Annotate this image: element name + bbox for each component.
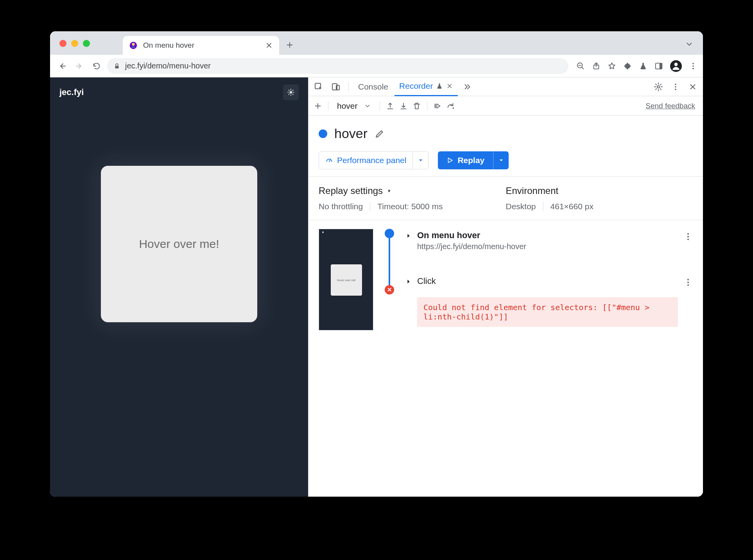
throttling-value: No throttling — [319, 202, 363, 211]
url-text: jec.fyi/demo/menu-hover — [125, 61, 211, 70]
recording-name[interactable]: hover — [333, 101, 362, 111]
delete-button[interactable] — [411, 101, 422, 111]
new-recording-button[interactable] — [312, 101, 323, 111]
triangle-right-icon — [387, 188, 392, 194]
hover-card[interactable]: Hover over me! — [101, 166, 257, 322]
settings-button[interactable] — [651, 79, 666, 95]
tab-active[interactable]: On menu hover — [123, 36, 279, 55]
extensions-icon[interactable] — [623, 62, 632, 70]
side-panel-icon[interactable] — [654, 62, 663, 70]
gear-icon — [654, 82, 663, 92]
profile-avatar[interactable] — [670, 60, 682, 72]
play-icon — [446, 157, 454, 164]
import-button[interactable] — [398, 101, 409, 111]
step-navigate[interactable]: On menu hover https://jec.fyi/demo/menu-… — [405, 229, 693, 260]
inspect-element-button[interactable] — [311, 79, 326, 95]
forward-button[interactable] — [73, 59, 86, 73]
step-icon — [433, 102, 442, 110]
labs-flask-icon[interactable] — [639, 62, 647, 70]
svg-point-22 — [687, 236, 689, 237]
back-button[interactable] — [56, 59, 69, 73]
window-zoom-button[interactable] — [83, 40, 90, 47]
tab-overflow-icon[interactable] — [685, 40, 694, 48]
tab-close-icon[interactable] — [265, 41, 273, 49]
edit-title-button[interactable] — [375, 129, 385, 139]
send-feedback-link[interactable]: Send feedback — [645, 102, 699, 110]
step-menu-button[interactable] — [683, 232, 693, 241]
plus-icon — [285, 41, 294, 49]
close-devtools-button[interactable] — [685, 79, 701, 95]
favicon-icon — [129, 41, 138, 50]
separator — [380, 101, 380, 111]
svg-point-21 — [687, 233, 689, 235]
timeline: ✕ — [384, 229, 395, 336]
step-1-url: https://jec.fyi/demo/menu-hover — [417, 242, 678, 251]
arrow-left-icon — [57, 61, 67, 71]
tab-console-label: Console — [358, 82, 388, 92]
timeline-error-dot: ✕ — [385, 285, 394, 294]
step-error-message: Could not find element for selectors: [[… — [417, 297, 678, 327]
tab-recorder[interactable]: Recorder — [394, 77, 458, 96]
triangle-right-icon — [405, 233, 412, 239]
flask-icon — [436, 83, 443, 90]
tab-console[interactable]: Console — [353, 77, 393, 96]
step-click[interactable]: Click Could not find element for selecto… — [405, 275, 693, 336]
window-minimize-button[interactable] — [71, 40, 78, 47]
recording-title: hover — [334, 126, 368, 141]
thumbnail-text: Hover over me! — [337, 279, 356, 282]
performance-panel-dropdown[interactable] — [412, 152, 428, 169]
lock-icon — [113, 63, 120, 70]
export-button[interactable] — [385, 101, 396, 111]
separator — [348, 82, 349, 92]
toolbar: jec.fyi/demo/menu-hover — [50, 55, 703, 77]
chevron-down-icon[interactable] — [364, 102, 371, 109]
share-icon[interactable] — [592, 62, 601, 70]
new-tab-button[interactable] — [285, 40, 295, 50]
reload-button[interactable] — [90, 59, 103, 73]
upload-icon — [386, 102, 394, 110]
theme-toggle[interactable] — [283, 84, 299, 100]
arrow-right-icon — [75, 61, 84, 71]
replay-button[interactable]: Replay — [438, 151, 509, 169]
replay-settings-col: Replay settings No throttling Timeout: 5… — [319, 185, 506, 211]
replay-settings-toggle[interactable]: Replay settings — [319, 185, 506, 196]
svg-point-16 — [675, 83, 676, 85]
kebab-menu-icon[interactable] — [689, 62, 697, 70]
devtools-menu-button[interactable] — [668, 79, 683, 95]
timeline-dot-start — [385, 229, 394, 238]
recording-header: hover Performance panel — [308, 116, 703, 176]
svg-rect-6 — [660, 63, 662, 69]
svg-point-10 — [692, 68, 694, 69]
performance-panel-button[interactable]: Performance panel — [319, 151, 428, 169]
plus-icon — [314, 102, 322, 110]
tab-recorder-label: Recorder — [399, 81, 433, 91]
double-chevron-right-icon — [463, 83, 472, 91]
device-toolbar-button[interactable] — [328, 79, 344, 95]
tab-strip: On menu hover — [50, 31, 703, 55]
zoom-out-icon[interactable] — [576, 62, 585, 70]
svg-point-23 — [687, 239, 689, 240]
content-split: jec.fyi Hover over me! Console — [50, 77, 703, 497]
dimensions-value: 461×660 px — [550, 202, 593, 211]
close-icon[interactable] — [446, 83, 453, 90]
step-menu-button[interactable] — [683, 278, 693, 287]
site-name: jec.fyi — [59, 87, 84, 97]
separator — [543, 202, 543, 211]
step-over-button[interactable] — [432, 101, 443, 111]
step-list: On menu hover https://jec.fyi/demo/menu-… — [405, 229, 693, 336]
triangle-right-icon — [405, 278, 412, 285]
svg-point-20 — [452, 107, 454, 109]
window-close-button[interactable] — [59, 40, 66, 47]
steps-area: Hover over me! ✕ On menu hover https://j… — [308, 220, 703, 345]
svg-point-11 — [290, 91, 292, 94]
timeout-value: Timeout: 5000 ms — [377, 202, 443, 211]
kebab-menu-icon — [671, 83, 680, 91]
star-icon[interactable] — [608, 62, 616, 70]
address-bar[interactable]: jec.fyi/demo/menu-hover — [107, 58, 568, 74]
person-icon — [671, 61, 681, 71]
replay-dropdown[interactable] — [493, 151, 509, 169]
trash-icon — [412, 102, 421, 110]
skip-button[interactable] — [445, 101, 456, 111]
rendered-page: jec.fyi Hover over me! — [50, 77, 308, 497]
more-tabs-button[interactable] — [459, 79, 475, 95]
